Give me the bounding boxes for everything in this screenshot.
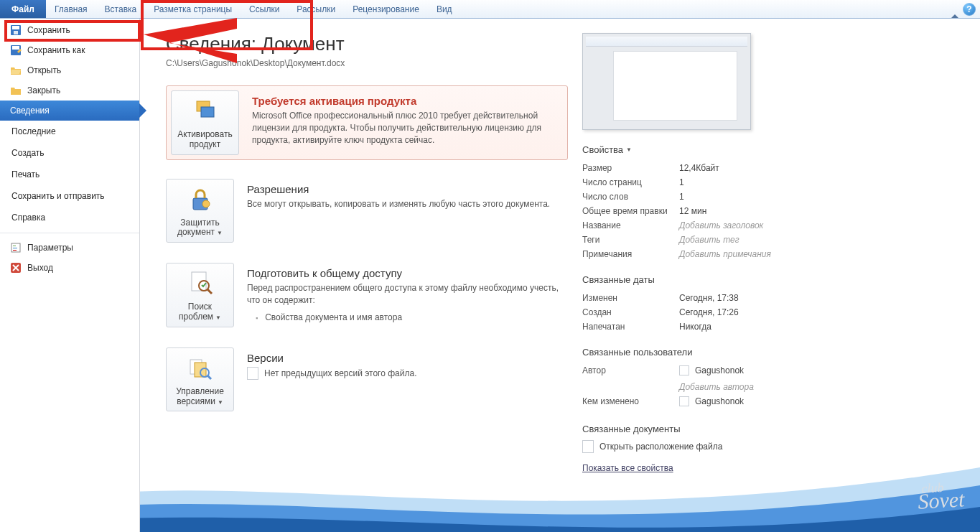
- date-created-label: Создан: [582, 305, 679, 319]
- prop-title-label: Название: [582, 218, 679, 233]
- date-modified-label: Изменен: [582, 291, 679, 305]
- person-icon: [679, 365, 689, 375]
- help-icon[interactable]: ?: [963, 3, 976, 16]
- inspect-icon: [186, 269, 215, 298]
- related-dates-heading: Связанные даты: [582, 274, 834, 285]
- sidebar-item-label: Сохранить как: [27, 45, 85, 55]
- versions-title: Версии: [247, 352, 561, 364]
- properties-dropdown[interactable]: Свойства▼: [582, 144, 834, 155]
- add-author-placeholder[interactable]: Добавить автора: [679, 380, 834, 394]
- prop-words-label: Число слов: [582, 190, 679, 204]
- sidebar-item-help[interactable]: Справка: [0, 207, 139, 228]
- sidebar-item-recent[interactable]: Последние: [0, 121, 139, 142]
- tab-references[interactable]: Ссылки: [241, 0, 288, 18]
- document-thumbnail[interactable]: [582, 33, 751, 130]
- prepare-body: Перед распространением общего доступа к …: [247, 282, 561, 307]
- ribbon: Файл Главная Вставка Разметка страницы С…: [0, 0, 980, 19]
- author-label: Автор: [582, 363, 679, 380]
- sidebar-item-save-as[interactable]: Сохранить как: [0, 40, 139, 60]
- sidebar-item-label: Сведения: [10, 106, 50, 116]
- prop-notes-placeholder[interactable]: Добавить примечания: [679, 247, 834, 261]
- sidebar-item-options[interactable]: Параметры: [0, 238, 139, 258]
- sidebar-item-close[interactable]: Закрыть: [0, 80, 139, 101]
- properties-pane: Свойства▼ Размер12,4Кбайт Число страниц1…: [582, 33, 834, 532]
- svg-line-16: [207, 289, 212, 294]
- prop-pages-value: 1: [679, 175, 834, 190]
- tab-page-layout[interactable]: Разметка страницы: [145, 0, 241, 18]
- protect-button-label: Защитить документ: [177, 218, 220, 238]
- prepare-section: Поиск проблем▼ Подготовить к общему дост…: [166, 263, 568, 327]
- chevron-down-icon: ▼: [215, 314, 221, 321]
- activate-icon: [191, 97, 220, 126]
- sidebar-item-label: Открыть: [27, 65, 61, 75]
- sidebar-item-new[interactable]: Создать: [0, 142, 139, 164]
- lock-icon: [186, 185, 215, 214]
- date-created-value: Сегодня, 17:26: [679, 305, 834, 319]
- prop-edit-time-value: 12 мин: [679, 204, 834, 218]
- show-all-properties-link[interactable]: Показать все свойства: [582, 463, 673, 473]
- options-icon: [10, 242, 22, 253]
- tab-insert[interactable]: Вставка: [96, 0, 146, 18]
- svg-rect-4: [12, 46, 19, 50]
- prepare-item: Свойства документа и имя автора: [247, 311, 561, 324]
- author-value: Gagushonok: [695, 365, 744, 375]
- sidebar-item-label: Закрыть: [27, 85, 60, 95]
- permissions-title: Разрешения: [247, 183, 561, 195]
- permissions-body: Все могут открывать, копировать и изменя…: [247, 198, 561, 210]
- svg-rect-7: [13, 248, 17, 248]
- sidebar-item-print[interactable]: Печать: [0, 164, 139, 185]
- prop-title-placeholder[interactable]: Добавить заголовок: [679, 218, 834, 233]
- versions-icon: [186, 354, 215, 383]
- activate-button-label: Активировать продукт: [174, 130, 235, 150]
- tab-view[interactable]: Вид: [428, 0, 461, 18]
- tab-home[interactable]: Главная: [46, 0, 96, 18]
- prop-pages-label: Число страниц: [582, 175, 679, 190]
- sidebar-item-save[interactable]: Сохранить: [0, 20, 139, 40]
- prop-size-label: Размер: [582, 161, 679, 175]
- related-documents-heading: Связанные документы: [582, 424, 834, 434]
- activation-body: Microsoft Office профессиональный плюс 2…: [252, 110, 556, 146]
- tab-review[interactable]: Рецензирование: [344, 0, 428, 18]
- backstage-sidebar: Сохранить Сохранить как Открыть Закрыть …: [0, 19, 140, 532]
- date-printed-value: Никогда: [679, 319, 834, 334]
- sidebar-item-exit[interactable]: Выход: [0, 258, 139, 278]
- svg-rect-6: [13, 246, 16, 246]
- page-title: Сведения: Документ: [166, 33, 568, 55]
- svg-rect-8: [13, 250, 17, 251]
- chevron-down-icon: ▼: [217, 230, 223, 236]
- exit-icon: [10, 262, 22, 274]
- activation-title: Требуется активация продукта: [252, 95, 556, 107]
- tab-file[interactable]: Файл: [0, 0, 46, 18]
- svg-rect-11: [201, 107, 214, 117]
- folder-icon: [582, 440, 594, 453]
- open-file-location-link[interactable]: Открыть расположение файла: [582, 440, 834, 453]
- tab-mailings[interactable]: Рассылки: [288, 0, 344, 18]
- manage-versions-label: Управление версиями: [176, 386, 224, 406]
- manage-versions-button[interactable]: Управление версиями▼: [166, 347, 234, 412]
- activate-product-button[interactable]: Активировать продукт: [171, 90, 239, 155]
- sidebar-item-open[interactable]: Открыть: [0, 60, 139, 80]
- prepare-title: Подготовить к общему доступу: [247, 267, 561, 279]
- chevron-down-icon: ▼: [626, 146, 632, 153]
- ribbon-collapse-icon[interactable]: [951, 4, 958, 14]
- date-modified-value: Сегодня, 17:38: [679, 291, 834, 305]
- svg-rect-2: [14, 31, 18, 34]
- prop-size-value: 12,4Кбайт: [679, 161, 834, 175]
- sidebar-item-label: Параметры: [27, 243, 73, 253]
- protect-document-button[interactable]: Защитить документ▼: [166, 179, 234, 243]
- sidebar-item-info[interactable]: Сведения: [0, 101, 139, 121]
- file-path: C:\Users\Gagushonok\Desktop\Документ.doc…: [166, 58, 568, 68]
- permissions-section: Защитить документ▼ Разрешения Все могут …: [166, 179, 568, 243]
- check-issues-label: Поиск проблем: [179, 302, 213, 322]
- prop-words-value: 1: [679, 190, 834, 204]
- sidebar-item-label: Выход: [27, 263, 53, 273]
- save-as-icon: [10, 45, 22, 56]
- person-icon: [679, 396, 689, 406]
- versions-section: Управление версиями▼ Версии Нет предыдущ…: [166, 347, 568, 412]
- sidebar-item-share[interactable]: Сохранить и отправить: [0, 185, 139, 207]
- prop-notes-label: Примечания: [582, 247, 679, 261]
- prop-tags-placeholder[interactable]: Добавить тег: [679, 233, 834, 247]
- save-icon: [10, 24, 22, 36]
- check-issues-button[interactable]: Поиск проблем▼: [166, 263, 234, 327]
- document-icon: [247, 367, 258, 380]
